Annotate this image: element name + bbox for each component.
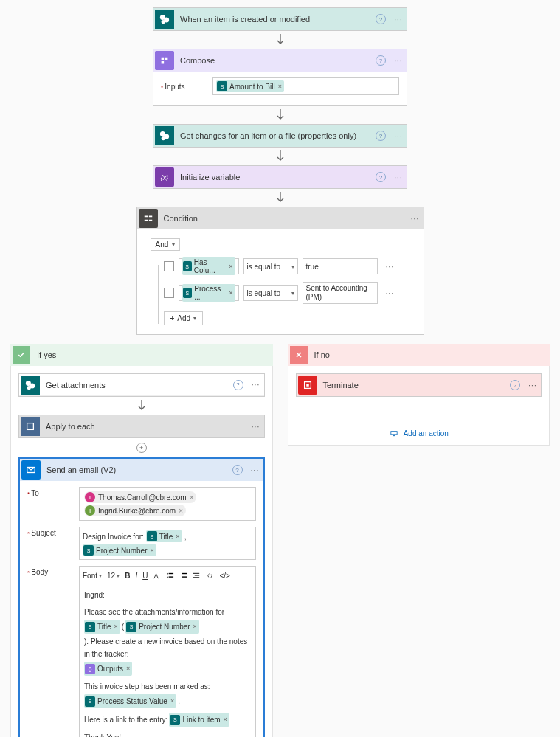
body-text: Thank You! — [84, 731, 251, 737]
bold-button[interactable]: B — [125, 572, 130, 580]
svg-rect-23 — [306, 384, 309, 387]
to-field[interactable]: TThomas.Carroll@cbre.com× IIngrid.Burke@… — [79, 487, 256, 521]
condition-field[interactable]: SHas Colu...× — [179, 258, 239, 274]
highlight-button[interactable] — [153, 572, 161, 580]
condition-value[interactable]: Sent to Accounting (PM) — [303, 282, 378, 304]
group-selector[interactable]: And▾ — [151, 238, 181, 251]
applytoeach-card[interactable]: Apply to each ··· — [18, 415, 265, 438]
inputs-field[interactable]: SAmount to Bill× — [212, 77, 399, 95]
svg-point-12 — [167, 573, 168, 575]
checkbox[interactable] — [164, 288, 174, 298]
if-no-label: If no — [310, 350, 547, 359]
avatar: I — [85, 505, 95, 516]
arrow-connector — [276, 31, 285, 49]
help-icon[interactable]: ? — [510, 380, 520, 390]
condition-operator[interactable]: is equal to▾ — [243, 285, 298, 301]
loop-icon — [21, 417, 40, 436]
help-icon[interactable]: ? — [233, 380, 243, 390]
subject-field[interactable]: Design Invoice for: STitle× , SProject N… — [79, 527, 256, 560]
if-yes-label: If yes — [32, 350, 270, 359]
more-icon[interactable]: ··· — [248, 423, 264, 431]
getattachments-card[interactable]: Get attachments ? ··· — [18, 373, 265, 397]
sharepoint-icon — [155, 126, 174, 145]
getattachments-title: Get attachments — [41, 381, 233, 390]
terminate-card[interactable]: Terminate ? ··· — [296, 373, 542, 397]
sendemail-card[interactable]: Send an email (V2) ? ··· To TThomas.Carr… — [18, 457, 265, 737]
svg-point-2 — [162, 20, 165, 24]
link-button[interactable] — [206, 572, 214, 580]
italic-button[interactable]: I — [135, 572, 137, 580]
more-icon[interactable]: ··· — [382, 289, 398, 297]
help-icon[interactable]: ? — [232, 465, 243, 475]
checkbox[interactable] — [164, 261, 174, 271]
more-icon[interactable]: ··· — [248, 381, 264, 389]
svg-rect-15 — [169, 576, 173, 577]
sendemail-title: Send an email (V2) — [42, 466, 232, 474]
font-dropdown[interactable]: Font ▾ — [83, 572, 102, 580]
svg-rect-13 — [169, 573, 173, 574]
more-icon[interactable]: ··· — [382, 263, 398, 271]
getchanges-title: Get changes for an item or a file (prope… — [176, 131, 376, 140]
body-text: Please see the attachments/information f… — [84, 606, 251, 676]
connector-line — [158, 265, 159, 324]
help-icon[interactable]: ? — [376, 131, 386, 141]
help-icon[interactable]: ? — [376, 14, 386, 24]
terminate-title: Terminate — [319, 381, 511, 390]
insert-step-button[interactable]: + — [136, 443, 147, 453]
if-yes-branch: If yes Get attachments ? ··· — [10, 344, 273, 737]
underline-button[interactable]: U — [142, 572, 148, 580]
token-amount-to-bill[interactable]: SAmount to Bill× — [216, 80, 284, 92]
more-icon[interactable]: ··· — [390, 173, 407, 181]
condition-icon — [139, 209, 158, 228]
help-icon[interactable]: ? — [376, 55, 386, 66]
svg-rect-20 — [193, 577, 199, 578]
condition-row: SProcess ...× is equal to▾ Sent to Accou… — [164, 282, 410, 304]
svg-rect-17 — [182, 576, 187, 577]
svg-text:{x}: {x} — [161, 174, 168, 181]
more-icon[interactable]: ··· — [247, 466, 263, 474]
code-button[interactable]: </> — [219, 572, 229, 580]
body-field[interactable]: Font ▾ 12 ▾ B I U — [79, 566, 256, 737]
condition-operator[interactable]: is equal to▾ — [243, 258, 298, 274]
compose-card[interactable]: Compose ? ··· Inputs SAmount to Bill× — [153, 49, 407, 106]
recipient-pill[interactable]: IIngrid.Burke@cbre.com× — [84, 505, 186, 516]
add-action-button[interactable]: Add an action — [389, 429, 449, 437]
svg-point-9 — [27, 385, 31, 389]
fontsize-dropdown[interactable]: 12 ▾ — [107, 572, 120, 580]
initvar-card[interactable]: {x} Initialize variable ? ··· — [153, 165, 407, 189]
more-icon[interactable]: ··· — [390, 57, 407, 65]
help-icon[interactable]: ? — [376, 172, 386, 182]
bullets-button[interactable] — [166, 572, 174, 580]
body-text: Ingrid: — [84, 589, 251, 601]
check-icon — [13, 346, 30, 364]
more-icon[interactable]: ··· — [525, 381, 541, 390]
arrow-connector — [276, 189, 285, 207]
numbered-button[interactable] — [179, 572, 187, 580]
avatar: T — [85, 492, 95, 502]
close-icon[interactable]: × — [190, 494, 194, 502]
condition-value[interactable]: true — [303, 258, 378, 274]
inputs-label: Inputs — [161, 83, 212, 91]
compose-icon — [155, 51, 174, 70]
getchanges-card[interactable]: Get changes for an item or a file (prope… — [153, 124, 407, 148]
terminate-icon — [298, 376, 317, 395]
more-icon[interactable]: ··· — [390, 132, 407, 140]
applytoeach-title: Apply to each — [41, 422, 248, 431]
svg-rect-19 — [195, 575, 199, 576]
subject-label: Subject — [27, 527, 79, 560]
indent-button[interactable] — [193, 572, 201, 580]
add-condition-button[interactable]: +Add▾ — [164, 311, 204, 325]
svg-point-5 — [162, 136, 165, 140]
close-icon[interactable]: × — [278, 83, 282, 90]
recipient-pill[interactable]: TThomas.Carroll@cbre.com× — [84, 491, 196, 503]
condition-field[interactable]: SProcess ...× — [179, 285, 239, 301]
sharepoint-icon — [155, 10, 174, 29]
condition-card[interactable]: Condition ··· And▾ SHas Colu...× is equa… — [136, 207, 424, 335]
to-label: To — [27, 487, 79, 521]
more-icon[interactable]: ··· — [390, 15, 407, 24]
trigger-card[interactable]: When an item is created or modified ? ··… — [153, 7, 407, 31]
more-icon[interactable]: ··· — [407, 215, 424, 223]
sharepoint-icon — [21, 376, 40, 395]
arrow-connector — [276, 106, 285, 124]
close-icon[interactable]: × — [179, 507, 183, 515]
